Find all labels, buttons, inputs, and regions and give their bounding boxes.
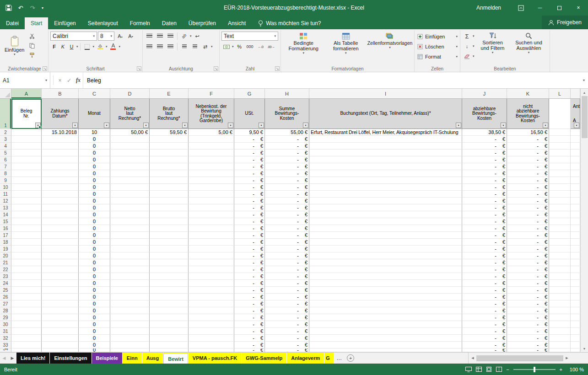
cell-M3[interactable] <box>571 136 580 143</box>
sheet-tab-vpma-pausch-fk[interactable]: VPMA - pausch.FK <box>189 353 241 364</box>
cell-M17[interactable] <box>571 232 580 239</box>
cell-K20[interactable]: -€ <box>507 252 549 259</box>
cell-K28[interactable]: -€ <box>507 307 549 314</box>
cell-A26[interactable] <box>11 294 42 300</box>
cell-F23[interactable] <box>189 273 234 280</box>
cell-J33[interactable]: -€ <box>462 342 507 348</box>
cell-K16[interactable]: -€ <box>507 225 549 232</box>
cell-F12[interactable] <box>189 198 234 204</box>
cell-G20[interactable]: -€ <box>234 252 265 259</box>
cell-E16[interactable] <box>150 225 189 232</box>
cell-M33[interactable] <box>571 342 580 348</box>
merge-center-icon[interactable] <box>200 42 210 51</box>
cell-A15[interactable] <box>11 218 42 225</box>
cell-I8[interactable] <box>309 170 462 177</box>
number-dialog-launcher-icon[interactable] <box>275 66 280 71</box>
sheet-tab-g[interactable]: G <box>324 353 334 364</box>
cell-D30[interactable] <box>110 321 150 328</box>
sheet-tab-beispiele[interactable]: Beispiele <box>92 353 122 364</box>
cell-C28[interactable]: 0 <box>79 307 110 314</box>
ribbon-tab-seitenlayout[interactable]: Seitenlayout <box>82 17 124 29</box>
cell-H2[interactable]: 55,00 € <box>265 129 309 136</box>
cell-K13[interactable]: -€ <box>507 204 549 211</box>
cell-I20[interactable] <box>309 252 462 259</box>
scroll-left-icon[interactable] <box>469 356 476 360</box>
cell-I3[interactable] <box>309 136 462 143</box>
row-header-8[interactable]: 8 <box>0 170 11 177</box>
cell-J25[interactable]: -€ <box>462 287 507 294</box>
copy-icon[interactable] <box>27 41 37 50</box>
ribbon-tab-start[interactable]: Start <box>25 17 48 29</box>
cell-B11[interactable] <box>42 191 79 198</box>
cell-H18[interactable]: -€ <box>265 239 309 246</box>
cell-L10[interactable] <box>549 184 571 191</box>
ribbon-tab-formeln[interactable]: Formeln <box>124 17 156 29</box>
cell-K15[interactable]: -€ <box>507 218 549 225</box>
cell-I7[interactable] <box>309 163 462 170</box>
insert-function-icon[interactable]: fx <box>74 77 83 84</box>
cell-C34[interactable]: 0 <box>79 348 110 352</box>
cell-I30[interactable] <box>309 321 462 328</box>
cell-H26[interactable]: -€ <box>265 294 309 300</box>
cell-F18[interactable] <box>189 239 234 246</box>
cell-I28[interactable] <box>309 307 462 314</box>
signin-link[interactable]: Anmelden <box>476 5 501 11</box>
cell-A9[interactable] <box>11 177 42 184</box>
cell-M21[interactable] <box>571 259 580 266</box>
increase-font-size-icon[interactable] <box>115 32 125 41</box>
cell-F17[interactable] <box>189 232 234 239</box>
cell-J5[interactable]: -€ <box>462 150 507 156</box>
cell-J10[interactable]: -€ <box>462 184 507 191</box>
cell-E15[interactable] <box>150 218 189 225</box>
cell-I13[interactable] <box>309 204 462 211</box>
cell-I23[interactable] <box>309 273 462 280</box>
cell-F9[interactable] <box>189 177 234 184</box>
filter-icon[interactable] <box>72 123 78 128</box>
column-header-A[interactable]: A <box>11 89 42 98</box>
cell-M15[interactable] <box>571 218 580 225</box>
formula-input[interactable]: Beleg <box>83 72 580 88</box>
cell-B27[interactable] <box>42 300 79 307</box>
filter-icon[interactable] <box>543 123 548 128</box>
cell-C13[interactable]: 0 <box>79 204 110 211</box>
cell-K25[interactable]: -€ <box>507 287 549 294</box>
cell-D13[interactable] <box>110 204 150 211</box>
cell-G11[interactable]: -€ <box>234 191 265 198</box>
fill-handle[interactable] <box>38 126 41 129</box>
cell-I11[interactable] <box>309 191 462 198</box>
cell-L7[interactable] <box>549 163 571 170</box>
cell-D33[interactable] <box>110 342 150 348</box>
cell-E18[interactable] <box>150 239 189 246</box>
sheet-tab-anlageverm[interactable]: Anlageverm <box>287 353 324 364</box>
row-header-6[interactable]: 6 <box>0 156 11 163</box>
add-sheet-button[interactable] <box>347 354 354 362</box>
cell-G23[interactable]: -€ <box>234 273 265 280</box>
cell-I4[interactable] <box>309 143 462 150</box>
cell-M13[interactable] <box>571 204 580 211</box>
cell-E13[interactable] <box>150 204 189 211</box>
cell-J24[interactable]: -€ <box>462 280 507 287</box>
cell-M2[interactable] <box>571 129 580 136</box>
delete-cells-dropdown-icon[interactable] <box>456 45 458 48</box>
cell-C8[interactable]: 0 <box>79 170 110 177</box>
cell-L9[interactable] <box>549 177 571 184</box>
cell-F19[interactable] <box>189 246 234 252</box>
font-color-icon[interactable] <box>108 42 118 51</box>
cell-F27[interactable] <box>189 300 234 307</box>
cell-G32[interactable]: -€ <box>234 335 265 342</box>
cell-E5[interactable] <box>150 150 189 156</box>
cell-J18[interactable]: -€ <box>462 239 507 246</box>
row-header-15[interactable]: 15 <box>0 218 11 225</box>
cell-L11[interactable] <box>549 191 571 198</box>
column-header-L[interactable]: L <box>549 89 571 98</box>
cell-L24[interactable] <box>549 280 571 287</box>
row-header-30[interactable]: 30 <box>0 321 11 328</box>
cell-L19[interactable] <box>549 246 571 252</box>
cell-I10[interactable] <box>309 184 462 191</box>
cell-M30[interactable] <box>571 321 580 328</box>
cell-B8[interactable] <box>42 170 79 177</box>
cell-J23[interactable]: -€ <box>462 273 507 280</box>
cell-H34[interactable]: -€ <box>265 348 309 352</box>
zoom-out-icon[interactable] <box>506 367 509 372</box>
cell-K11[interactable]: -€ <box>507 191 549 198</box>
